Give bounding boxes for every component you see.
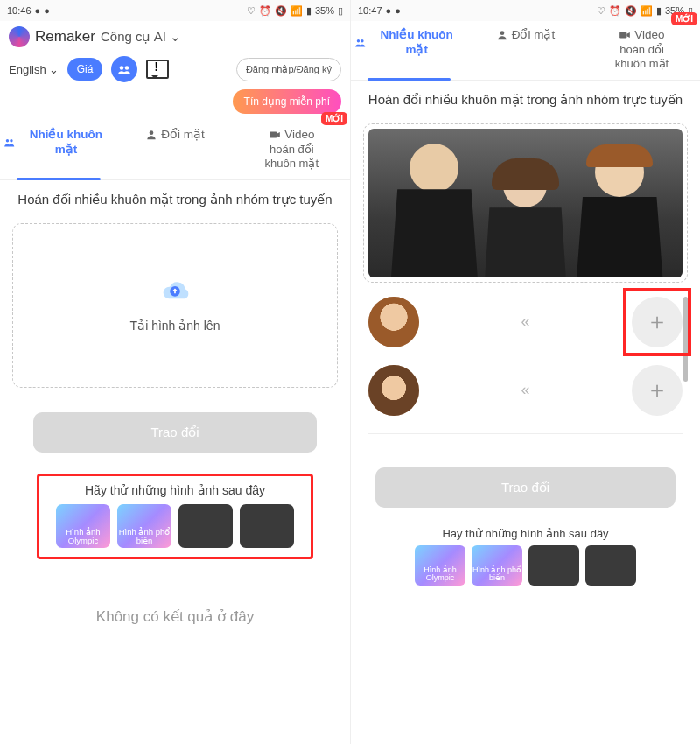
tab-multi-face[interactable]: Nhiều khuôn mặt xyxy=(0,121,116,179)
heart-icon: ♡ xyxy=(247,5,256,17)
chevron-down-icon: ⌄ xyxy=(49,63,59,76)
swap-button-disabled: Trao đổi xyxy=(375,467,676,508)
video-icon xyxy=(619,29,631,41)
messenger-icon: ● xyxy=(35,5,41,16)
sample-popular[interactable]: Hình ảnh phổ biến xyxy=(117,504,172,548)
svg-point-1 xyxy=(125,66,130,70)
tab-video-swap[interactable]: Video hoán đổi khuôn mặt xyxy=(584,21,700,80)
tab-swap-face[interactable]: Đổi mặt xyxy=(116,121,233,179)
signal-icon: ▮ xyxy=(306,5,312,17)
svg-point-4 xyxy=(150,131,154,136)
wifi-icon: 📶 xyxy=(640,5,653,17)
price-button[interactable]: Giá xyxy=(67,58,103,81)
tab-video-swap[interactable]: Video hoán đổi khuôn mặt xyxy=(234,121,350,179)
battery-text: 35% xyxy=(315,5,334,16)
upload-label: Tải hình ảnh lên xyxy=(130,319,220,333)
tab-swap-face[interactable]: Đổi mặt xyxy=(467,21,584,80)
add-target-face-button[interactable]: ＋ xyxy=(632,365,682,416)
svg-point-9 xyxy=(500,32,504,36)
group-photo[interactable] xyxy=(368,129,682,277)
status-bar: 10:46 ● ● ♡ ⏰ 🔇 📶 ▮ 35% ▯ xyxy=(0,0,350,21)
auth-button[interactable]: Đăng nhập/Đăng ký xyxy=(236,58,341,81)
try-title: Hãy thử những hình ảnh sau đây xyxy=(46,483,304,497)
upload-area[interactable]: Tải hình ảnh lên xyxy=(12,223,338,388)
page-subtitle: Hoán đổi nhiều khuôn mặt trong ảnh nhóm … xyxy=(0,180,350,222)
detected-face-2[interactable] xyxy=(368,365,419,416)
messenger-icon: ● xyxy=(386,5,392,16)
face-row-2: « ＋ xyxy=(363,365,688,416)
sample-olympic[interactable]: Hình ảnh Olympic xyxy=(415,545,466,586)
tabs: Nhiều khuôn mặt Đổi mặt Video hoán đổi k… xyxy=(351,21,700,81)
toolbar: English ⌄ Giá Đăng nhập/Đăng ký xyxy=(0,53,350,89)
messenger-icon: ● xyxy=(395,5,401,16)
alarm-icon: ⏰ xyxy=(609,5,621,17)
no-result-text: Không có kết quả ở đây xyxy=(12,607,338,626)
tools-label: Công cụ AI xyxy=(101,29,166,45)
messenger-icon: ● xyxy=(44,5,50,16)
tabs: Nhiều khuôn mặt Đổi mặt Video hoán đổi k… xyxy=(0,121,350,180)
svg-point-3 xyxy=(10,139,12,142)
sample-popular[interactable]: Hình ảnh phổ biến xyxy=(472,545,522,586)
mute-icon: 🔇 xyxy=(275,5,287,17)
wifi-icon: 📶 xyxy=(290,5,303,17)
cloud-upload-icon xyxy=(158,278,192,303)
person-icon xyxy=(145,129,158,141)
people-icon xyxy=(354,37,366,49)
svg-point-7 xyxy=(357,39,360,42)
detected-face-1[interactable] xyxy=(368,297,419,347)
uploaded-image-box: ⭱ Tải lại xyxy=(363,123,688,283)
person-icon xyxy=(496,29,508,41)
sample-photo-2[interactable] xyxy=(585,545,636,586)
sample-photo-2[interactable] xyxy=(240,504,294,548)
language-select[interactable]: English ⌄ xyxy=(9,63,59,76)
chevron-down-icon: ⌄ xyxy=(170,29,181,45)
face-row-1: « ＋ xyxy=(363,297,688,347)
brand-name: Remaker xyxy=(35,28,95,46)
chevron-left-icon: « xyxy=(431,381,620,399)
remaker-logo-icon xyxy=(9,26,30,47)
free-credits-button[interactable]: Tín dụng miễn phí xyxy=(233,89,341,114)
tab-multi-face[interactable]: Nhiều khuôn mặt xyxy=(351,21,467,80)
phone-right: 10:47 ● ● ♡ ⏰ 🔇 📶 ▮ 35% ▯ MỚI Nhiều khuô… xyxy=(350,0,700,744)
add-face-highlight: ＋ xyxy=(632,297,682,347)
status-time: 10:46 xyxy=(7,5,32,16)
svg-rect-10 xyxy=(620,32,627,39)
tools-dropdown[interactable]: Công cụ AI ⌄ xyxy=(101,29,181,45)
face-mapping-list: « ＋ « ＋ xyxy=(363,297,688,434)
svg-point-0 xyxy=(120,66,124,70)
chevron-left-icon: « xyxy=(431,312,620,331)
svg-point-2 xyxy=(6,139,9,142)
add-target-face-button[interactable]: ＋ xyxy=(632,297,682,347)
video-icon xyxy=(269,129,281,141)
svg-rect-5 xyxy=(270,132,276,138)
page-subtitle: Hoán đổi nhiều khuôn mặt trong ảnh nhóm … xyxy=(351,81,700,123)
sample-olympic[interactable]: Hình ảnh Olympic xyxy=(56,504,110,548)
swap-button-disabled: Trao đổi xyxy=(33,412,317,453)
try-samples-box: Hãy thử những hình ảnh sau đây Hình ảnh … xyxy=(37,474,313,559)
signal-icon: ▮ xyxy=(656,5,662,17)
sample-photo-1[interactable] xyxy=(528,545,579,586)
alarm-icon: ⏰ xyxy=(259,5,271,17)
sample-photo-1[interactable] xyxy=(178,504,233,548)
people-icon xyxy=(4,137,15,149)
community-icon[interactable] xyxy=(111,56,137,82)
battery-icon: ▯ xyxy=(338,5,343,17)
try-title: Hãy thử những hình ảnh sau đây xyxy=(381,527,670,540)
status-bar: 10:47 ● ● ♡ ⏰ 🔇 📶 ▮ 35% ▯ xyxy=(351,0,700,21)
status-time: 10:47 xyxy=(358,5,382,16)
svg-point-8 xyxy=(360,39,363,42)
heart-icon: ♡ xyxy=(597,5,606,17)
try-samples-box: Hãy thử những hình ảnh sau đây Hình ảnh … xyxy=(375,522,676,593)
feedback-icon[interactable] xyxy=(146,60,169,79)
mute-icon: 🔇 xyxy=(625,5,637,17)
app-header: Remaker Công cụ AI ⌄ xyxy=(0,21,350,53)
phone-left: 10:46 ● ● ♡ ⏰ 🔇 📶 ▮ 35% ▯ Remaker Công c… xyxy=(0,0,350,744)
